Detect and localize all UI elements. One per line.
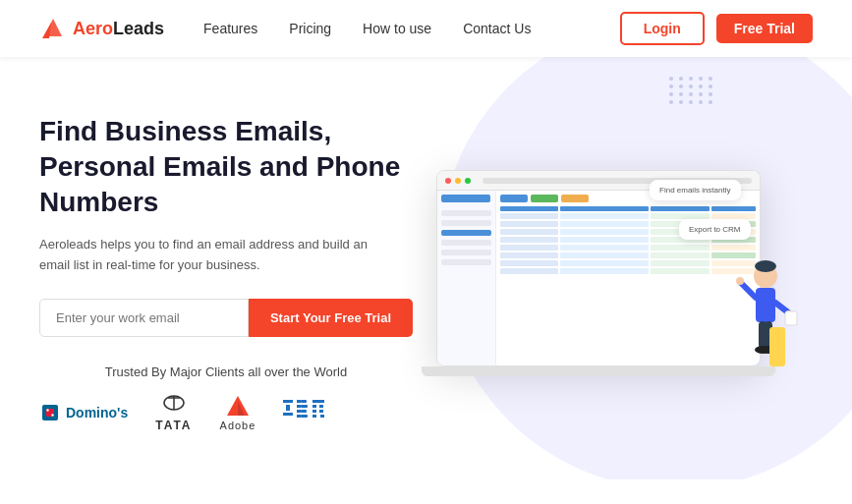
decorative-dots — [669, 77, 714, 104]
hero-form: Start Your Free Trial — [39, 299, 413, 337]
svg-rect-23 — [316, 400, 320, 403]
trusted-section: Trusted By Major Clients all over the Wo… — [39, 364, 413, 432]
logo-icon — [39, 15, 67, 42]
free-trial-nav-button[interactable]: Free Trial — [716, 14, 813, 43]
login-button[interactable]: Login — [620, 12, 705, 45]
sidebar-item-active — [441, 230, 491, 236]
cell-email — [560, 213, 649, 219]
cell-phone — [651, 252, 710, 258]
table-row — [500, 260, 756, 266]
svg-rect-16 — [297, 405, 301, 408]
character-illustration — [731, 249, 800, 376]
tata-logo: TATA — [155, 393, 192, 432]
cell-name — [500, 260, 559, 266]
nav-actions: Login Free Trial — [620, 12, 813, 45]
svg-rect-13 — [283, 413, 293, 416]
svg-rect-18 — [297, 410, 301, 413]
hero-left: Find Business Emails, Personal Emails an… — [39, 114, 413, 433]
cell-name — [500, 268, 559, 274]
cell-phone — [651, 260, 710, 266]
dot-yellow — [455, 178, 461, 184]
toolbar-btn-1 — [500, 195, 528, 202]
table-row — [500, 268, 756, 274]
col-header-name — [500, 206, 559, 211]
dominos-logo: Domino's — [39, 402, 128, 423]
hero-right: Find emails instantly Export to CRM — [413, 170, 813, 376]
logo[interactable]: AeroLeads — [39, 15, 164, 42]
svg-line-34 — [741, 283, 756, 298]
cell-email — [560, 260, 649, 266]
svg-rect-17 — [301, 405, 308, 408]
adobe-logo: Adobe — [220, 394, 256, 431]
chat-bubble-1: Find emails instantly — [650, 180, 740, 200]
dot-red — [445, 178, 451, 184]
cell-name — [500, 245, 559, 251]
sidebar-items — [441, 210, 491, 265]
cell-phone — [651, 245, 710, 251]
email-input[interactable] — [39, 299, 249, 337]
mockup-container: Find emails instantly Export to CRM — [436, 170, 790, 376]
ibm-logo — [283, 396, 342, 429]
cell-name — [500, 252, 559, 258]
svg-point-35 — [736, 277, 744, 285]
svg-rect-14 — [297, 400, 301, 403]
cell-phone — [651, 268, 710, 274]
svg-rect-31 — [756, 288, 775, 322]
col-header-email — [560, 206, 649, 211]
hero-section: Find Business Emails, Personal Emails an… — [0, 57, 852, 479]
hero-title: Find Business Emails, Personal Emails an… — [39, 114, 413, 221]
svg-point-5 — [51, 415, 53, 417]
cell-email — [560, 252, 649, 258]
screen-main — [496, 191, 760, 365]
tata-text: TATA — [155, 419, 192, 432]
svg-rect-15 — [301, 400, 307, 403]
svg-rect-25 — [312, 405, 316, 408]
nav-how-to-use[interactable]: How to use — [363, 21, 431, 36]
chat-bubble-2: Export to CRM — [679, 219, 750, 240]
sidebar-item — [441, 259, 491, 265]
svg-rect-27 — [312, 410, 316, 413]
navbar: AeroLeads Features Pricing How to use Co… — [0, 0, 852, 57]
nav-features[interactable]: Features — [203, 21, 257, 36]
dot-green — [465, 178, 471, 184]
screen-sidebar — [437, 191, 496, 365]
table-row — [500, 245, 756, 251]
sidebar-item — [441, 210, 491, 216]
svg-rect-24 — [320, 400, 324, 403]
svg-rect-29 — [312, 415, 316, 418]
trusted-logos: Domino's TATA A — [39, 393, 413, 432]
dominos-icon — [39, 402, 61, 423]
ibm-icon — [283, 396, 342, 423]
dominos-text: Domino's — [66, 405, 128, 420]
svg-rect-20 — [297, 415, 301, 418]
nav-pricing[interactable]: Pricing — [289, 21, 331, 36]
cell-email — [560, 237, 649, 243]
cell-name — [500, 213, 559, 219]
toolbar-btn-3 — [561, 195, 589, 202]
svg-rect-30 — [320, 415, 324, 418]
adobe-text: Adobe — [220, 420, 256, 431]
start-trial-button[interactable]: Start Your Free Trial — [249, 299, 413, 337]
svg-rect-22 — [312, 400, 316, 403]
svg-rect-21 — [301, 415, 308, 418]
cell-name — [500, 237, 559, 243]
svg-rect-19 — [301, 410, 307, 413]
laptop-base — [422, 366, 775, 376]
adobe-icon — [225, 394, 251, 420]
sidebar-item — [441, 240, 491, 246]
svg-rect-28 — [319, 410, 323, 413]
screen-content — [437, 191, 760, 365]
cell-email — [560, 229, 649, 235]
accent-block — [769, 327, 785, 366]
cell-name — [500, 221, 559, 227]
hero-description: Aeroleads helps you to find an email add… — [39, 235, 373, 276]
col-header-status — [711, 206, 756, 211]
nav-contact-us[interactable]: Contact Us — [463, 21, 531, 36]
tata-icon — [161, 393, 187, 419]
sidebar-item — [441, 250, 491, 255]
svg-rect-38 — [785, 311, 797, 325]
svg-rect-26 — [319, 405, 323, 408]
screen-table — [500, 206, 756, 274]
cell-email — [560, 268, 649, 274]
toolbar-btn-2 — [531, 195, 558, 202]
